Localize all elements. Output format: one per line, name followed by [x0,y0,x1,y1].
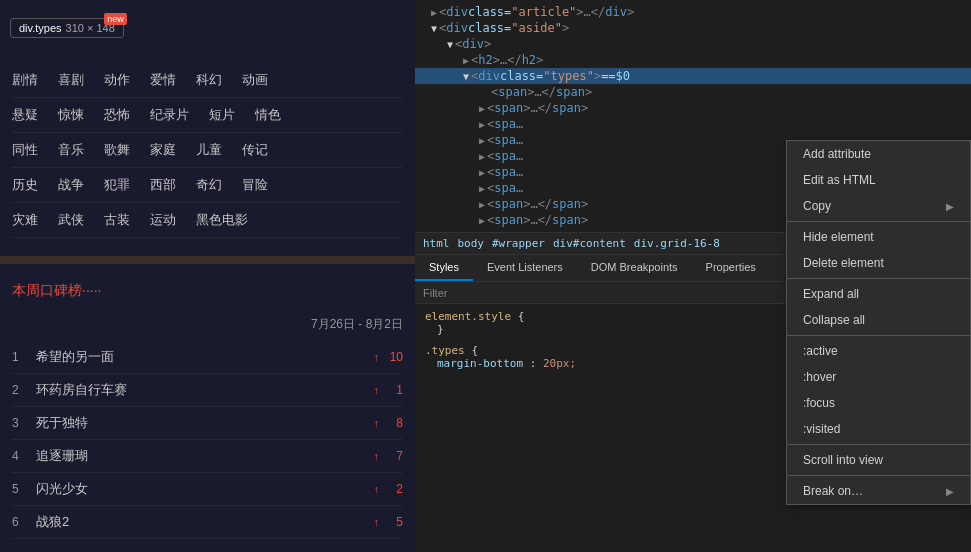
triangle-icon[interactable]: ▶ [479,183,485,194]
genre-item[interactable]: 战争 [58,176,84,194]
genres-section: 剧情 喜剧 动作 爱情 科幻 动画 悬疑 惊悚 恐怖 纪录片 短片 情色 同性 … [0,55,415,246]
genre-item[interactable]: 犯罪 [104,176,130,194]
triangle-icon[interactable]: ▶ [479,119,485,130]
triangle-icon[interactable]: ▶ [431,7,437,18]
rank-item-6: 6 战狼2 ↑ 5 [12,506,403,539]
element-tooltip: div.types 310 × 148 new [10,18,124,38]
triangle-icon[interactable]: ▶ [463,55,469,66]
menu-item-active[interactable]: :active [787,338,970,364]
genre-item[interactable]: 歌舞 [104,141,130,159]
rank-title[interactable]: 战狼2 [36,513,374,531]
genre-item[interactable]: 恐怖 [104,106,130,124]
genre-item[interactable]: 西部 [150,176,176,194]
genre-item[interactable]: 动画 [242,71,268,89]
tab-styles[interactable]: Styles [415,255,473,281]
menu-item-hide-element[interactable]: Hide element [787,224,970,250]
genre-item[interactable]: 短片 [209,106,235,124]
menu-item-break-on[interactable]: Break on… ▶ [787,478,970,504]
menu-item-expand-all[interactable]: Expand all [787,281,970,307]
rank-list: 1 希望的另一面 ↑ 10 2 环药房自行车赛 ↑ 1 3 死于独特 ↑ 8 4… [0,341,415,539]
menu-item-copy[interactable]: Copy ▶ [787,193,970,219]
triangle-icon[interactable]: ▶ [479,199,485,210]
triangle-icon[interactable]: ▶ [479,167,485,178]
triangle-icon[interactable]: ▶ [479,135,485,146]
triangle-icon[interactable]: ▼ [447,39,453,50]
breadcrumb-html[interactable]: html [423,237,450,250]
menu-item-visited[interactable]: :visited [787,416,970,442]
genre-item[interactable]: 悬疑 [12,106,38,124]
genre-item[interactable]: 武侠 [58,211,84,229]
menu-item-delete-element[interactable]: Delete element [787,250,970,276]
tab-event-listeners[interactable]: Event Listeners [473,255,577,281]
submenu-arrow-icon: ▶ [946,201,954,212]
genre-row-2: 悬疑 惊悚 恐怖 纪录片 短片 情色 [12,98,403,133]
menu-item-scroll-into-view[interactable]: Scroll into view [787,447,970,473]
rank-score: 7 [383,449,403,463]
genre-item[interactable]: 古装 [104,211,130,229]
rank-title[interactable]: 环药房自行车赛 [36,381,374,399]
rank-item-2: 2 环药房自行车赛 ↑ 1 [12,374,403,407]
genre-item[interactable]: 奇幻 [196,176,222,194]
genre-item[interactable]: 科幻 [196,71,222,89]
genre-item[interactable]: 灾难 [12,211,38,229]
tree-line: ▼ <div > [415,36,971,52]
genre-item[interactable]: 动作 [104,71,130,89]
menu-item-break-on-label: Break on… [803,484,863,498]
triangle-icon[interactable]: ▼ [431,23,437,34]
tab-dom-breakpoints[interactable]: DOM Breakpoints [577,255,692,281]
breadcrumb-body[interactable]: body [458,237,485,250]
genre-item[interactable]: 传记 [242,141,268,159]
website-preview: div.types 310 × 148 new 剧情 喜剧 动作 爱情 科幻 动… [0,0,415,552]
menu-item-add-attribute[interactable]: Add attribute [787,141,970,167]
genre-item[interactable]: 家庭 [150,141,176,159]
genre-item[interactable]: 爱情 [150,71,176,89]
menu-item-hover[interactable]: :hover [787,364,970,390]
breadcrumb-wrapper[interactable]: #wrapper [492,237,545,250]
triangle-icon[interactable]: ▶ [479,151,485,162]
genre-item[interactable]: 历史 [12,176,38,194]
rank-up-icon: ↑ [374,516,380,528]
rank-number: 1 [12,350,28,364]
menu-divider [787,444,970,445]
triangle-icon[interactable]: ▶ [479,103,485,114]
rank-title[interactable]: 死于独特 [36,414,374,432]
genre-item[interactable]: 儿童 [196,141,222,159]
tooltip-element-name: div.types [19,22,62,34]
tree-line: ▼ <div class="aside" > [415,20,971,36]
breadcrumb-divcontent[interactable]: div#content [553,237,626,250]
rank-score: 2 [383,482,403,496]
rank-up-icon: ↑ [374,450,380,462]
menu-item-focus[interactable]: :focus [787,390,970,416]
genre-item[interactable]: 同性 [12,141,38,159]
tree-line: ▶ <h2 > … </h2> [415,52,971,68]
css-value: 20px; [543,357,576,370]
rank-title[interactable]: 希望的另一面 [36,348,374,366]
genre-item[interactable]: 纪录片 [150,106,189,124]
tree-line: ▶ <div class="article" > … </div> [415,4,971,20]
genre-item[interactable]: 黑色电影 [196,211,248,229]
genre-item[interactable]: 情色 [255,106,281,124]
menu-item-collapse-all[interactable]: Collapse all [787,307,970,333]
triangle-icon[interactable]: ▼ [463,71,469,82]
rank-number: 5 [12,482,28,496]
rank-title[interactable]: 追逐珊瑚 [36,447,374,465]
genre-item[interactable]: 剧情 [12,71,38,89]
highlight-divider [0,256,415,264]
genre-item[interactable]: 音乐 [58,141,84,159]
rank-score: 10 [383,350,403,364]
rank-title[interactable]: 闪光少女 [36,480,374,498]
menu-item-edit-as-html[interactable]: Edit as HTML [787,167,970,193]
genre-item[interactable]: 喜剧 [58,71,84,89]
genre-item[interactable]: 惊悚 [58,106,84,124]
tab-properties[interactable]: Properties [692,255,770,281]
rank-up-icon: ↑ [374,384,380,396]
menu-divider [787,335,970,336]
rank-up-icon: ↑ [374,483,380,495]
menu-divider [787,221,970,222]
genre-item[interactable]: 冒险 [242,176,268,194]
weekly-title: 本周口碑榜····· [12,282,403,300]
triangle-icon[interactable]: ▶ [479,215,485,226]
genre-item[interactable]: 运动 [150,211,176,229]
css-selector: .types [425,344,465,357]
breadcrumb-divgrid[interactable]: div.grid-16-8 [634,237,720,250]
